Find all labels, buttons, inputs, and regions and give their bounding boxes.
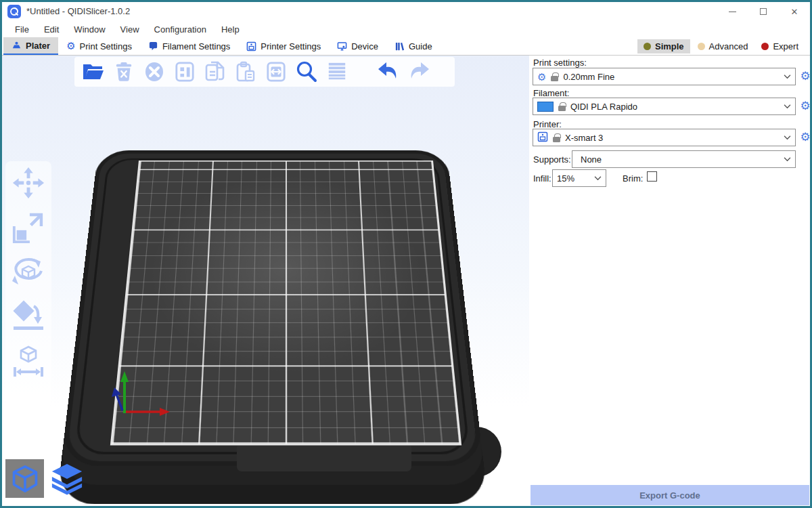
export-gcode-button[interactable]: Export G-code <box>531 485 809 505</box>
split-objects-button[interactable] <box>264 60 288 84</box>
close-button[interactable]: ✕ <box>779 2 810 21</box>
lock-icon <box>553 137 560 142</box>
print-settings-label: Print settings: <box>533 58 587 68</box>
search-icon <box>295 60 318 83</box>
tab-printer-settings[interactable]: Printer Settings <box>238 37 329 55</box>
infill-label: Infill: <box>533 173 551 184</box>
menu-edit[interactable]: Edit <box>37 22 66 37</box>
chevron-down-icon <box>784 135 791 140</box>
arrange-button[interactable] <box>173 60 197 84</box>
split-objects-icon <box>266 61 286 83</box>
place-on-face-icon <box>11 299 46 335</box>
print-settings-gear-icon: ⚙ <box>66 40 75 52</box>
place-on-face-tool-button[interactable] <box>11 299 46 335</box>
app-logo-swirl-icon <box>9 7 19 16</box>
scale-tool-button[interactable] <box>11 210 46 245</box>
rotate-tool-button[interactable] <box>11 255 46 290</box>
edit-print-settings-button[interactable]: ⚙ <box>798 69 812 84</box>
redo-arrow-icon <box>407 62 430 82</box>
copy-button[interactable] <box>203 60 227 84</box>
chevron-down-icon <box>784 74 791 79</box>
rotate-icon <box>11 255 46 290</box>
maximize-icon <box>760 8 767 15</box>
menu-file[interactable]: File <box>7 22 37 37</box>
supports-combo[interactable]: None <box>572 150 796 168</box>
tab-filament-settings-label: Filament Settings <box>162 41 230 51</box>
minimize-button[interactable] <box>717 2 748 21</box>
infill-combo[interactable]: 15% <box>552 169 606 187</box>
lock-icon <box>551 76 558 81</box>
tab-filament-settings[interactable]: Filament Settings <box>140 37 238 55</box>
tab-device[interactable]: Device <box>329 37 386 55</box>
y-axis-arrow-icon <box>120 371 129 382</box>
advanced-mode-dot-icon <box>698 43 705 50</box>
close-icon: ✕ <box>791 7 798 17</box>
edit-printer-button[interactable]: ⚙ <box>798 130 812 145</box>
measure-tool-button[interactable] <box>11 344 46 379</box>
main-content: Print settings: ⚙ 0.20mm Fine ⚙ Filament… <box>2 56 810 506</box>
open-folder-icon <box>82 62 105 82</box>
brim-checkbox[interactable] <box>647 171 657 182</box>
mode-advanced-label: Advanced <box>709 41 748 51</box>
infill-value: 15% <box>557 173 574 184</box>
z-axis-arrow-icon <box>112 387 121 397</box>
filament-color-swatch <box>537 102 554 112</box>
printer-mini-icon <box>537 131 548 144</box>
title-bar[interactable]: *Untitled - QIDISlicer-1.0.2 ✕ <box>2 2 810 21</box>
supports-label: Supports: <box>533 154 571 165</box>
move-tool-button[interactable] <box>11 165 46 200</box>
search-button[interactable] <box>294 60 319 84</box>
mode-expert[interactable]: Expert <box>755 39 805 54</box>
window-title: *Untitled - QIDISlicer-1.0.2 <box>26 6 130 16</box>
print-settings-combo[interactable]: ⚙ 0.20mm Fine <box>533 68 796 85</box>
delete-all-icon <box>143 61 165 83</box>
viewport-3d[interactable] <box>2 56 529 506</box>
delete-trash-icon <box>114 61 134 83</box>
gizmo-toolbar <box>5 161 51 406</box>
tab-plater[interactable]: Plater <box>3 37 58 55</box>
menu-view[interactable]: View <box>113 22 147 37</box>
mode-advanced[interactable]: Advanced <box>692 39 754 54</box>
maximize-button[interactable] <box>748 2 779 21</box>
delete-all-button[interactable] <box>142 60 166 84</box>
move-icon <box>12 166 45 200</box>
paste-button[interactable] <box>233 60 258 84</box>
simple-mode-dot-icon <box>644 43 651 50</box>
mode-expert-label: Expert <box>773 41 798 51</box>
delete-button[interactable] <box>112 60 136 84</box>
tab-plater-label: Plater <box>26 41 50 51</box>
menu-window[interactable]: Window <box>66 22 112 37</box>
editor-view-button[interactable] <box>5 459 44 498</box>
menu-configuration[interactable]: Configuration <box>147 22 214 37</box>
cube-3d-view-icon <box>9 463 41 494</box>
variable-layer-height-button[interactable] <box>325 60 349 84</box>
profile-gear-icon: ⚙ <box>537 72 546 82</box>
layer-height-icon <box>327 61 347 83</box>
menu-help[interactable]: Help <box>214 22 247 37</box>
mode-selector: Simple Advanced Expert <box>637 37 805 55</box>
undo-button[interactable] <box>376 60 401 84</box>
measure-icon <box>11 344 46 379</box>
supports-value: None <box>581 154 602 165</box>
printer-combo[interactable]: X-smart 3 <box>533 129 796 146</box>
menu-bar: File Edit Window View Configuration Help <box>2 21 810 37</box>
printer-settings-icon <box>246 41 256 51</box>
open-file-button[interactable] <box>81 60 106 84</box>
tab-print-settings[interactable]: ⚙ Print Settings <box>58 37 140 55</box>
redo-button[interactable] <box>407 60 431 84</box>
settings-sidebar: Print settings: ⚙ 0.20mm Fine ⚙ Filament… <box>529 56 810 506</box>
app-window: *Untitled - QIDISlicer-1.0.2 ✕ File Edit… <box>0 0 812 508</box>
filament-combo[interactable]: QIDI PLA Rapido <box>533 98 796 115</box>
copy-icon <box>204 61 226 83</box>
paste-icon <box>235 61 256 83</box>
filament-settings-icon <box>148 41 158 51</box>
edit-filament-button[interactable]: ⚙ <box>798 99 812 114</box>
tab-guide[interactable]: Guide <box>386 37 441 55</box>
filament-value: QIDI PLA Rapido <box>570 102 637 112</box>
minimize-icon <box>729 12 736 12</box>
preview-view-button[interactable] <box>47 459 86 498</box>
undo-arrow-icon <box>377 62 400 82</box>
origin-axes-indicator <box>107 368 181 423</box>
plater-icon <box>12 41 22 51</box>
mode-simple[interactable]: Simple <box>637 39 690 54</box>
